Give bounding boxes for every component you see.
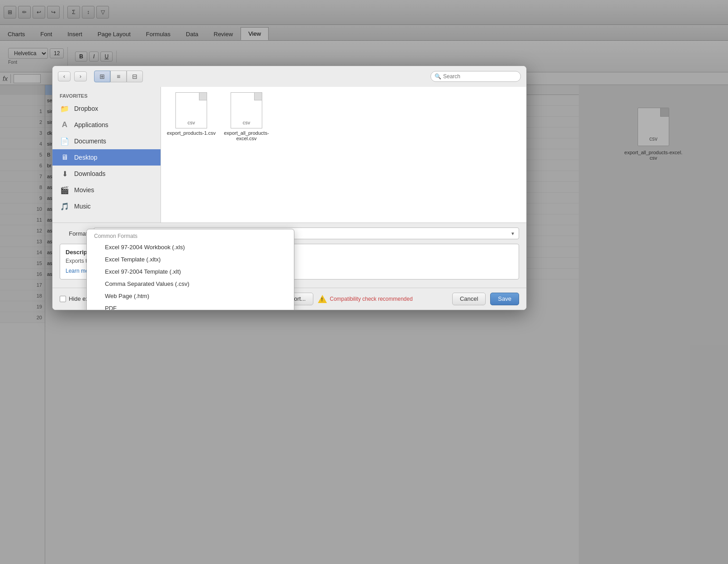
sidebar-item-downloads[interactable]: ⬇ Downloads bbox=[52, 166, 161, 182]
file-label-2: csv bbox=[243, 120, 251, 125]
format-item-htm[interactable]: Web Page (.htm) bbox=[87, 290, 294, 302]
cancel-btn[interactable]: Cancel bbox=[452, 293, 486, 305]
dialog-main: csv export_products-1.csv csv export_all… bbox=[161, 87, 526, 223]
format-item-pdf[interactable]: PDF bbox=[87, 302, 294, 310]
sidebar-item-movies[interactable]: 🎬 Movies bbox=[52, 182, 161, 198]
compat-warning: Compatibility check recommended bbox=[318, 294, 412, 303]
sidebar-item-dropbox[interactable]: 📁 Dropbox bbox=[52, 100, 161, 117]
sidebar-item-applications-label: Applications bbox=[74, 121, 109, 128]
footer-right: Cancel Save bbox=[452, 293, 519, 305]
view-column-btn[interactable]: ⊟ bbox=[127, 71, 143, 82]
format-popup: Common Formats Excel 97-2004 Workbook (.… bbox=[86, 229, 294, 310]
format-item-csv[interactable]: Comma Separated Values (.csv) bbox=[87, 278, 294, 290]
format-item-xlt97[interactable]: Excel 97-2004 Template (.xlt) bbox=[87, 265, 294, 278]
search-icon: 🔍 bbox=[435, 73, 441, 80]
hide-extension-checkbox[interactable] bbox=[60, 296, 66, 302]
sidebar-item-documents[interactable]: 📄 Documents bbox=[52, 133, 161, 149]
sidebar-item-desktop[interactable]: 🖥 Desktop bbox=[52, 149, 161, 166]
chevron-down-icon: ▼ bbox=[511, 231, 515, 236]
documents-icon: 📄 bbox=[60, 136, 70, 146]
sidebar-section-label: FAVORITES bbox=[52, 91, 161, 100]
sidebar-item-documents-label: Documents bbox=[74, 137, 106, 145]
dropbox-icon: 📁 bbox=[60, 104, 70, 114]
sidebar-item-music[interactable]: 🎵 Music bbox=[52, 198, 161, 214]
movies-icon: 🎬 bbox=[60, 185, 70, 195]
applications-icon: A bbox=[60, 120, 70, 130]
file-item-2[interactable]: csv export_all_products-excel.csv bbox=[222, 92, 271, 141]
view-list-btn[interactable]: ≡ bbox=[110, 71, 127, 82]
file-name-1: export_products-1.csv bbox=[167, 130, 216, 136]
file-name-2: export_all_products-excel.csv bbox=[222, 130, 271, 141]
file-item-1[interactable]: csv export_products-1.csv bbox=[166, 92, 216, 141]
warning-triangle bbox=[318, 295, 327, 303]
file-label-1: csv bbox=[188, 120, 195, 125]
compat-warning-text: Compatibility check recommended bbox=[330, 296, 412, 302]
downloads-icon: ⬇ bbox=[60, 169, 70, 179]
sidebar-item-dropbox-label: Dropbox bbox=[74, 105, 98, 112]
format-label: Format: bbox=[60, 230, 89, 237]
sidebar-item-desktop-label: Desktop bbox=[74, 154, 97, 161]
save-btn[interactable]: Save bbox=[490, 293, 519, 305]
save-dialog: ‹ › ⊞ ≡ ⊟ 🔍 FAVORITES 📁 Dropbox A Applic… bbox=[52, 66, 527, 310]
sidebar-item-downloads-label: Downloads bbox=[74, 170, 105, 177]
format-item-xls97[interactable]: Excel 97-2004 Workbook (.xls) bbox=[87, 241, 294, 253]
warning-icon bbox=[318, 294, 327, 303]
file-icon-csv-1: csv bbox=[175, 92, 207, 128]
sidebar-item-music-label: Music bbox=[74, 203, 91, 210]
view-grid-btn[interactable]: ⊞ bbox=[94, 71, 110, 82]
file-icon-csv-2: csv bbox=[231, 92, 262, 128]
dialog-nav: ‹ › ⊞ ≡ ⊟ 🔍 bbox=[52, 66, 526, 87]
format-item-xltx[interactable]: Excel Template (.xltx) bbox=[87, 253, 294, 265]
search-box[interactable]: 🔍 bbox=[430, 71, 521, 82]
music-icon: 🎵 bbox=[60, 201, 70, 211]
forward-btn[interactable]: › bbox=[74, 71, 87, 81]
sidebar-item-movies-label: Movies bbox=[74, 186, 94, 194]
search-input[interactable] bbox=[443, 73, 517, 80]
dialog-sidebar: FAVORITES 📁 Dropbox A Applications 📄 Doc… bbox=[52, 87, 161, 223]
popup-section-common: Common Formats bbox=[87, 229, 294, 241]
sidebar-item-applications[interactable]: A Applications bbox=[52, 117, 161, 133]
view-buttons: ⊞ ≡ ⊟ bbox=[94, 71, 143, 82]
dialog-body: FAVORITES 📁 Dropbox A Applications 📄 Doc… bbox=[52, 87, 526, 223]
desktop-icon: 🖥 bbox=[60, 152, 70, 162]
back-btn[interactable]: ‹ bbox=[58, 71, 71, 81]
